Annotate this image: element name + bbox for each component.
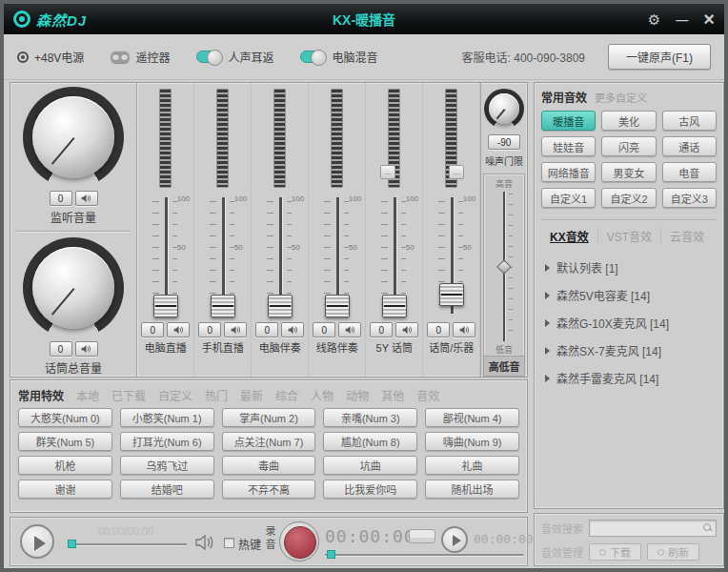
sound-effect-button[interactable]: 鄙视(Num 4) xyxy=(425,408,519,427)
refresh-button[interactable]: 刷新 xyxy=(647,543,699,561)
voice-effect-button[interactable]: 暖播音 xyxy=(541,111,596,131)
sound-effect-button[interactable]: 尴尬(Num 8) xyxy=(323,432,417,451)
channel-mute-button[interactable] xyxy=(167,322,190,337)
voice-effect-button[interactable]: 网络播音 xyxy=(541,162,596,182)
channel-mute-button[interactable] xyxy=(395,322,418,337)
voice-effect-button[interactable]: 自定义1 xyxy=(541,188,596,208)
tab-general[interactable]: 综合 xyxy=(275,387,298,403)
volume-speaker-icon[interactable] xyxy=(195,535,214,550)
voice-effect-button[interactable]: 美化 xyxy=(601,111,656,131)
settings-gear-icon[interactable]: ⚙ xyxy=(648,12,660,27)
play-button[interactable] xyxy=(20,524,54,559)
fader-handle[interactable] xyxy=(268,295,293,317)
sound-effect-button[interactable]: 群笑(Num 5) xyxy=(18,432,112,451)
record-list-button[interactable] xyxy=(409,529,435,543)
seek-slider-handle[interactable] xyxy=(68,540,76,548)
search-icon[interactable] xyxy=(703,523,713,533)
sound-effect-button[interactable]: 谢谢 xyxy=(18,480,112,499)
seek-slider[interactable] xyxy=(68,543,187,545)
record-progress-slider[interactable] xyxy=(325,554,523,556)
voice-effect-button[interactable]: 自定义2 xyxy=(601,188,656,208)
voice-effect-button[interactable]: 娃娃音 xyxy=(541,136,596,156)
sound-effect-button[interactable]: 亲嘴(Num 3) xyxy=(323,408,417,427)
preset-list-item[interactable]: 森然5V电容麦 [14] xyxy=(541,281,717,309)
pc-mix-toggle[interactable] xyxy=(300,51,326,63)
hotkey-checkbox[interactable] xyxy=(224,538,234,548)
fader-handle[interactable] xyxy=(325,295,350,317)
tab-sound[interactable]: 音效 xyxy=(416,387,439,403)
sound-effect-button[interactable]: 结婚吧 xyxy=(120,480,214,499)
one-key-original-button[interactable]: 一键原声(F1) xyxy=(608,44,711,70)
voice-effect-button[interactable]: 通话 xyxy=(662,136,717,156)
tone-slider[interactable] xyxy=(484,190,524,343)
sound-effect-button[interactable]: 乌鸦飞过 xyxy=(120,456,214,475)
noise-gate-knob[interactable] xyxy=(484,89,524,129)
sound-effect-button[interactable]: 比我爱你吗 xyxy=(323,480,417,499)
tab-cloud-effects[interactable]: 云音效 xyxy=(661,228,713,244)
tab-hot[interactable]: 热门 xyxy=(205,387,228,403)
record-button[interactable] xyxy=(279,521,319,562)
sound-effect-button[interactable]: 小憨笑(Num 1) xyxy=(120,408,214,427)
sound-effect-button[interactable]: 掌声(Num 2) xyxy=(222,408,316,427)
channel-fader[interactable]: 100 50 xyxy=(252,194,308,319)
voice-effect-button[interactable]: 男变女 xyxy=(601,162,656,182)
tab-newest[interactable]: 最新 xyxy=(240,387,263,403)
more-custom-link[interactable]: 更多自定义 xyxy=(595,90,647,105)
fx-slot-button[interactable]: … xyxy=(380,165,395,179)
tab-downloaded[interactable]: 已下载 xyxy=(111,387,146,403)
phantom-power-toggle[interactable]: +48V电源 xyxy=(17,49,84,65)
channel-mute-button[interactable] xyxy=(338,322,361,337)
channel-fader[interactable]: 100 50 xyxy=(366,194,422,319)
tab-other[interactable]: 其他 xyxy=(381,387,404,403)
remote-control-button[interactable]: 遥控器 xyxy=(111,49,170,65)
tab-custom[interactable]: 自定义 xyxy=(158,387,192,403)
fader-handle[interactable] xyxy=(211,295,235,317)
channel-fader[interactable]: 100 50 xyxy=(194,194,251,319)
mic-master-mute-button[interactable] xyxy=(75,341,98,357)
sound-effect-button[interactable]: 坑曲 xyxy=(323,456,417,475)
fx-slot-button[interactable]: … xyxy=(449,165,464,179)
monitor-mute-button[interactable] xyxy=(75,191,98,206)
minimize-button[interactable]: — xyxy=(676,13,688,26)
voice-effect-button[interactable]: 电音 xyxy=(662,162,717,182)
tab-animal[interactable]: 动物 xyxy=(346,387,369,403)
voice-effect-button[interactable]: 闪亮 xyxy=(601,136,656,156)
channel-mute-button[interactable] xyxy=(281,322,304,337)
tab-vst-effects[interactable]: VST音效 xyxy=(598,228,661,244)
preview-play-button[interactable] xyxy=(441,526,468,553)
sound-effect-button[interactable]: 礼曲 xyxy=(425,456,519,475)
tab-people[interactable]: 人物 xyxy=(311,387,334,403)
channel-mute-button[interactable] xyxy=(224,322,247,337)
close-button[interactable]: × xyxy=(703,10,715,29)
sound-effect-button[interactable]: 嗨曲(Num 9) xyxy=(425,432,519,451)
channel-mute-button[interactable] xyxy=(453,322,475,337)
fader-handle[interactable] xyxy=(382,295,407,317)
channel-fader[interactable]: 100 50 xyxy=(137,194,193,319)
effect-search-input[interactable] xyxy=(590,522,716,538)
preset-list-item[interactable]: 森然G-10X麦克风 [14] xyxy=(541,309,717,337)
preset-list-item[interactable]: 森然手雷麦克风 [14] xyxy=(541,364,717,392)
preset-list-item[interactable]: 默认列表 [1] xyxy=(541,254,717,281)
channel-fader[interactable]: 100 50 xyxy=(423,194,479,319)
vocal-monitor-toggle[interactable] xyxy=(196,51,222,63)
sound-effect-button[interactable]: 点关注(Num 7) xyxy=(222,432,316,451)
sound-effect-button[interactable]: 毒曲 xyxy=(222,456,316,475)
monitor-volume-knob[interactable] xyxy=(23,87,124,188)
tab-kx-effects[interactable]: KX音效 xyxy=(541,228,598,244)
voice-effect-button[interactable]: 古风 xyxy=(662,111,717,131)
download-button[interactable]: 下载 xyxy=(589,543,641,561)
mic-master-knob[interactable] xyxy=(23,237,124,338)
sound-effect-button[interactable]: 机枪 xyxy=(18,456,112,475)
fader-handle[interactable] xyxy=(153,295,178,317)
record-progress-handle[interactable] xyxy=(327,550,335,559)
tab-common-effects[interactable]: 常用特效 xyxy=(18,387,64,403)
voice-effect-button[interactable]: 自定义3 xyxy=(662,188,717,208)
sound-effect-button[interactable]: 大憨笑(Num 0) xyxy=(18,408,112,427)
sound-effect-button[interactable]: 打耳光(Num 6) xyxy=(120,432,214,451)
fader-handle[interactable] xyxy=(439,283,464,306)
tab-local[interactable]: 本地 xyxy=(76,387,99,403)
channel-fader[interactable]: 100 50 xyxy=(309,194,365,319)
preset-list-item[interactable]: 森然SX-7麦克风 [14] xyxy=(541,337,717,364)
sound-effect-button[interactable]: 不弃不离 xyxy=(222,480,316,499)
sound-effect-button[interactable]: 随机出场 xyxy=(425,480,519,499)
